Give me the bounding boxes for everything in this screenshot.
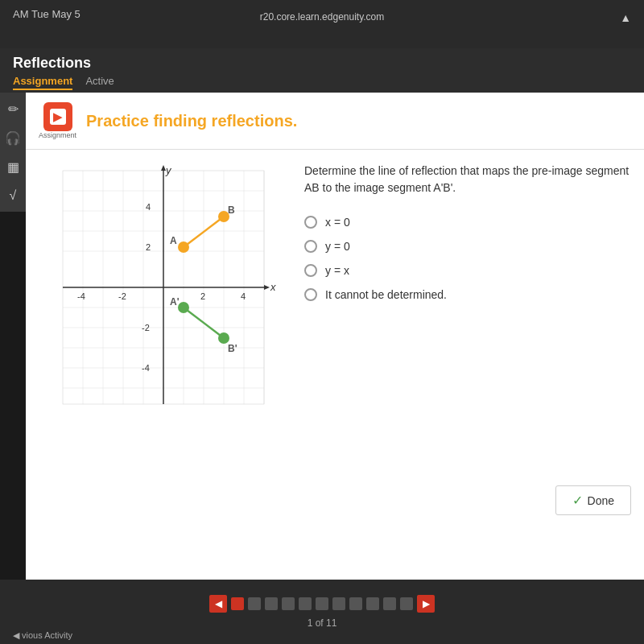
main-content: ▶ Assignment Practice finding reflection… xyxy=(26,93,644,580)
left-sidebar: ✏ 🎧 ▦ √ xyxy=(0,93,26,212)
svg-text:-4: -4 xyxy=(77,291,85,301)
svg-point-36 xyxy=(178,242,189,253)
answer-option-4[interactable]: It cannot be determined. xyxy=(304,288,631,301)
nav-dot-6[interactable] xyxy=(316,597,328,610)
title-bar: Reflections Assignment Active xyxy=(0,48,644,93)
nav-dot-10[interactable] xyxy=(383,597,396,610)
nav-dots: ◀ ▶ xyxy=(209,595,435,613)
pencil-icon[interactable]: ✏ xyxy=(3,99,23,118)
radio-x0[interactable] xyxy=(304,216,317,229)
svg-text:2: 2 xyxy=(200,291,205,301)
answer-label-2: y = 0 xyxy=(325,240,350,253)
coordinate-graph: x y -4 -2 2 4 4 2 -2 -4 A xyxy=(39,163,280,420)
assignment-arrow-icon: ▶ xyxy=(53,110,62,123)
radio-cannot[interactable] xyxy=(304,288,317,301)
nav-prev-arrow[interactable]: ◀ xyxy=(209,595,227,613)
svg-text:-2: -2 xyxy=(118,291,126,301)
svg-text:B: B xyxy=(228,204,235,216)
headphones-icon[interactable]: 🎧 xyxy=(3,128,23,147)
nav-dot-4[interactable] xyxy=(282,597,295,610)
prev-activity-text: ◀ xyxy=(13,630,22,640)
prev-activity-label[interactable]: ◀ vious Activity xyxy=(13,630,72,641)
nav-dot-5[interactable] xyxy=(299,597,312,610)
radio-yx[interactable] xyxy=(304,264,317,277)
content-area: x y -4 -2 2 4 4 2 -2 -4 A xyxy=(26,150,644,580)
radio-y0[interactable] xyxy=(304,240,317,253)
wifi-icon: ▲ xyxy=(620,11,631,24)
nav-dot-1[interactable] xyxy=(231,597,244,610)
checkmark-icon: ✓ xyxy=(572,493,583,508)
calculator-icon[interactable]: ▦ xyxy=(3,157,23,176)
answer-label-4: It cannot be determined. xyxy=(325,288,447,301)
svg-text:A: A xyxy=(170,235,177,246)
prev-activity-label-text: vious Activity xyxy=(22,630,72,640)
nav-dot-7[interactable] xyxy=(332,597,345,610)
assignment-icon: ▶ xyxy=(43,102,72,131)
question-text: Determine the line of reflection that ma… xyxy=(304,163,631,196)
svg-text:A': A' xyxy=(170,296,180,308)
title-bar-tabs: Assignment Active xyxy=(13,75,631,90)
tab-assignment[interactable]: Assignment xyxy=(13,75,72,90)
svg-marker-23 xyxy=(264,285,270,290)
tab-active[interactable]: Active xyxy=(85,75,114,90)
answer-option-2[interactable]: y = 0 xyxy=(304,240,631,253)
svg-text:B': B' xyxy=(228,343,237,354)
svg-text:4: 4 xyxy=(146,202,151,212)
svg-point-41 xyxy=(178,302,189,313)
nav-page-text: 1 of 11 xyxy=(308,617,337,629)
practice-header: ▶ Assignment Practice finding reflection… xyxy=(26,93,644,150)
svg-text:4: 4 xyxy=(241,291,246,301)
done-area: ✓ Done xyxy=(555,485,631,515)
svg-text:x: x xyxy=(270,281,276,293)
svg-point-43 xyxy=(218,332,229,344)
assignment-label: Assignment xyxy=(39,131,76,139)
answer-label-3: y = x xyxy=(325,264,349,277)
answer-option-1[interactable]: x = 0 xyxy=(304,216,631,229)
nav-next-arrow[interactable]: ▶ xyxy=(417,595,435,613)
answer-options: x = 0 y = 0 y = x It cannot be determine… xyxy=(304,216,631,301)
top-bar-url: r20.core.learn.edgenuity.com xyxy=(260,11,385,23)
graph-container: x y -4 -2 2 4 4 2 -2 -4 A xyxy=(39,163,280,572)
svg-text:-4: -4 xyxy=(142,363,150,373)
nav-dot-2[interactable] xyxy=(248,597,261,610)
answer-option-3[interactable]: y = x xyxy=(304,264,631,277)
bottom-navigation: ◀ ▶ 1 of 11 xyxy=(0,580,644,644)
answer-label-1: x = 0 xyxy=(325,216,350,229)
nav-dot-11[interactable] xyxy=(400,597,413,610)
nav-dot-9[interactable] xyxy=(366,597,379,610)
nav-dot-3[interactable] xyxy=(265,597,278,610)
practice-title: Practice finding reflections. xyxy=(86,112,297,130)
top-bar: AM Tue May 5 r20.core.learn.edgenuity.co… xyxy=(0,0,644,48)
svg-text:2: 2 xyxy=(146,242,151,252)
top-bar-time: AM Tue May 5 xyxy=(13,8,80,20)
done-button[interactable]: ✓ Done xyxy=(555,485,631,515)
done-label: Done xyxy=(588,494,614,507)
formula-icon[interactable]: √ xyxy=(3,186,23,205)
svg-text:-2: -2 xyxy=(142,323,150,332)
nav-dot-8[interactable] xyxy=(349,597,362,610)
page-title: Reflections xyxy=(13,55,631,72)
